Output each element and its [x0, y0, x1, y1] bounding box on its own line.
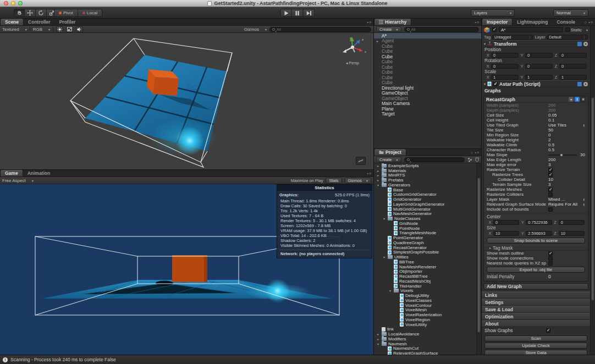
scale-x-field[interactable]: 1: [491, 75, 519, 80]
expand-arrow-icon[interactable]: [377, 169, 382, 173]
foldout-arrow-icon[interactable]: ▾: [484, 42, 486, 46]
setting-row[interactable]: Character Radius 0.5 ▲▼: [484, 147, 588, 152]
static-checkbox[interactable]: [565, 27, 570, 32]
setting-value[interactable]: 0.5: [548, 142, 554, 147]
setting-value[interactable]: 0.1: [548, 118, 554, 123]
tab[interactable]: Controller: [24, 19, 55, 25]
initial-penalty-value[interactable]: 0: [548, 274, 551, 279]
project-item[interactable]: link: [374, 327, 481, 332]
project-item[interactable]: ExampleScripts: [374, 163, 481, 168]
expand-arrow-icon[interactable]: [383, 255, 388, 259]
setting-row[interactable]: Walkable Height 2 ▲▼: [484, 137, 588, 142]
scrollbar-thumb[interactable]: [477, 178, 481, 333]
setting-row[interactable]: Rasterize Terrain ▲▼: [484, 167, 588, 172]
tab[interactable]: Lightmapping: [513, 19, 552, 25]
astar-action-button[interactable]: Scan: [484, 335, 587, 341]
graph-gizmo-icon[interactable]: ●: [569, 97, 574, 102]
project-search-input[interactable]: [404, 157, 465, 162]
component-enabled-checkbox[interactable]: [493, 82, 498, 86]
size-x-field[interactable]: 10: [493, 231, 519, 236]
panel-menu-icon[interactable]: ▪≡: [588, 20, 593, 24]
rotation-x-field[interactable]: 0: [491, 64, 519, 69]
setting-value[interactable]: 200: [548, 108, 555, 113]
position-x-field[interactable]: 0: [491, 53, 519, 58]
hierarchy-item[interactable]: ▸ Cube: [374, 59, 481, 65]
hierarchy-item[interactable]: ▸ Cube: [374, 54, 481, 59]
project-item[interactable]: TileHandler: [374, 284, 481, 289]
setting-row[interactable]: Max Edge Length 200 ▲▼: [484, 157, 588, 162]
setting-checkbox[interactable]: [548, 168, 553, 172]
toggle-checkbox[interactable]: [548, 261, 553, 266]
hierarchy-item[interactable]: ▸ GameObject: [374, 91, 481, 96]
project-item[interactable]: NavMeshRenderer: [374, 264, 481, 269]
project-item[interactable]: NavmeshCut: [374, 346, 481, 351]
hierarchy-item[interactable]: ▸ GameObject: [374, 96, 481, 101]
render-mode-dropdown[interactable]: Textured: [2, 27, 19, 32]
setting-value[interactable]: 200: [548, 103, 555, 108]
move-tool-button[interactable]: [25, 9, 36, 17]
project-item[interactable]: VoxelContour: [374, 303, 481, 308]
project-item[interactable]: VoxelRasterization: [374, 312, 481, 317]
setting-value[interactable]: Require For All: [548, 202, 577, 207]
setting-row[interactable]: Min Region Size 0 ▲▼: [484, 133, 588, 137]
expand-arrow-icon[interactable]: [377, 183, 382, 187]
project-item[interactable]: GridNode: [374, 221, 481, 226]
size-z-field[interactable]: 10: [559, 231, 585, 236]
close-window-button[interactable]: [4, 1, 8, 5]
setting-row[interactable]: Cell Size 0.05 ▲▼: [484, 113, 588, 118]
section-header[interactable]: Links: [482, 291, 590, 299]
project-item[interactable]: Materials: [374, 168, 481, 173]
project-item[interactable]: VoxelRegion: [374, 317, 481, 322]
hierarchy-item[interactable]: ▸ A*: [374, 33, 481, 38]
maximize-on-play-toggle[interactable]: Maximize on Play: [291, 178, 323, 183]
play-button[interactable]: [280, 9, 292, 17]
project-item[interactable]: LayerGridGraphGenerator: [374, 202, 481, 207]
expand-arrow-icon[interactable]: [383, 217, 388, 220]
pause-button[interactable]: [292, 9, 304, 17]
setting-row[interactable]: Layer Mask Mixed ... ▲▼: [484, 197, 588, 202]
toggle-row[interactable]: Show mesh outline ▲▼: [484, 251, 588, 256]
position-y-field[interactable]: 0: [525, 53, 553, 58]
project-item[interactable]: RecastBBTree: [374, 274, 481, 279]
project-create-button[interactable]: Create ▾: [376, 157, 401, 162]
step-button[interactable]: [304, 9, 315, 17]
show-graphs-checkbox[interactable]: [546, 328, 550, 333]
panel-menu-icon[interactable]: ▪≡: [367, 20, 372, 24]
setting-row[interactable]: Terrain Sample Size 3 ▲▼: [484, 182, 588, 187]
audio-toggle-button[interactable]: [76, 26, 83, 32]
center-x-field[interactable]: 0: [493, 220, 519, 225]
tab[interactable]: Console: [552, 19, 580, 25]
project-item[interactable]: RelevantGraphSurface: [374, 351, 481, 355]
setting-row[interactable]: Width (samples) 200 ▲▼: [484, 103, 588, 108]
toggle-checkbox[interactable]: [548, 256, 553, 261]
setting-row[interactable]: Depth (samples) 200 ▲▼: [484, 108, 588, 113]
setting-row[interactable]: Rasterize Colliders ▲▼: [484, 192, 588, 197]
project-item[interactable]: DebugUtility: [374, 293, 481, 298]
active-checkbox[interactable]: [492, 27, 497, 32]
section-header[interactable]: Save & Load: [482, 306, 590, 313]
setting-row[interactable]: Relevant Graph Surface Mode Require For …: [484, 202, 588, 207]
project-item[interactable]: VoxelMesh: [374, 308, 481, 313]
gameobject-name-field[interactable]: A*: [499, 27, 563, 32]
setting-row[interactable]: Rasterize Trees ▲▼: [484, 172, 588, 177]
snap-bounds-button[interactable]: Snap bounds to scene: [487, 238, 585, 244]
gizmos-dropdown[interactable]: Gizmos: [244, 27, 259, 32]
recastgraph-header[interactable]: RecastGraph ● i ×: [484, 96, 588, 103]
tab-project[interactable]: Project: [374, 148, 406, 156]
hierarchy-item[interactable]: ▸ Directional light: [374, 85, 481, 91]
project-item[interactable]: CustomGridGenerator: [374, 192, 481, 197]
hand-tool-button[interactable]: [14, 9, 25, 17]
setting-row[interactable]: Rasterize Meshes ▲▼: [484, 187, 588, 192]
project-item[interactable]: MultiGridGenerator: [374, 207, 481, 212]
hierarchy-item[interactable]: ▸ Cube: [374, 64, 481, 70]
zoom-window-button[interactable]: [18, 1, 23, 5]
project-item[interactable]: NodeClasses: [374, 216, 481, 221]
expand-arrow-icon[interactable]: [389, 289, 394, 293]
setting-row[interactable]: Max edge error 3 ▲▼: [484, 162, 588, 167]
project-item[interactable]: PointNode: [374, 226, 481, 231]
foldout-arrow-icon[interactable]: ▾: [484, 82, 486, 86]
gear-icon[interactable]: [583, 42, 588, 46]
expand-arrow-icon[interactable]: ▸: [377, 39, 381, 43]
help-book-icon[interactable]: [577, 82, 582, 86]
lock-icon[interactable]: ○: [471, 151, 473, 155]
